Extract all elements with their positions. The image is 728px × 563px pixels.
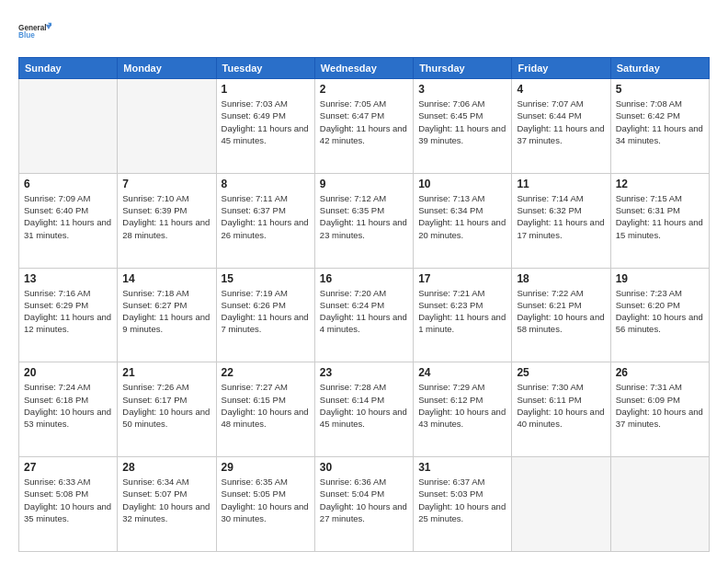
day-info-line: Sunset: 6:29 PM	[24, 300, 88, 310]
day-number: 12	[616, 178, 704, 190]
calendar-table: SundayMondayTuesdayWednesdayThursdayFrid…	[18, 57, 710, 552]
day-info-line: Sunrise: 6:36 AM	[320, 477, 386, 487]
day-info-line: Sunrise: 7:19 AM	[222, 288, 288, 298]
day-info-line: Sunset: 6:17 PM	[122, 395, 187, 405]
day-info-line: Daylight: 11 hours and 31 minutes.	[24, 217, 111, 239]
day-info-line: Daylight: 11 hours and 1 minute.	[418, 312, 506, 334]
calendar-cell: 6Sunrise: 7:09 AMSunset: 6:40 PMDaylight…	[19, 173, 118, 268]
day-number: 1	[222, 83, 310, 96]
day-info-line: Sunrise: 7:14 AM	[517, 193, 583, 203]
day-info-line: Daylight: 11 hours and 15 minutes.	[616, 217, 703, 239]
logo-svg: General Blue	[18, 15, 51, 48]
day-info-line: Sunrise: 7:29 AM	[418, 382, 484, 392]
calendar-header-row: SundayMondayTuesdayWednesdayThursdayFrid…	[19, 58, 710, 79]
day-info-line: Daylight: 10 hours and 56 minutes.	[616, 312, 703, 334]
day-number: 31	[418, 461, 506, 474]
day-info: Sunrise: 7:03 AMSunset: 6:49 PMDaylight:…	[222, 98, 310, 146]
day-info-line: Daylight: 10 hours and 35 minutes.	[24, 501, 111, 523]
day-info-line: Sunset: 6:37 PM	[222, 205, 286, 215]
day-info-line: Daylight: 10 hours and 48 minutes.	[222, 407, 309, 429]
day-info-line: Sunset: 5:03 PM	[418, 488, 483, 499]
calendar-cell: 17Sunrise: 7:21 AMSunset: 6:23 PMDayligh…	[414, 268, 512, 362]
calendar-cell: 1Sunrise: 7:03 AMSunset: 6:49 PMDaylight…	[216, 79, 314, 174]
day-info: Sunrise: 6:33 AMSunset: 5:08 PMDaylight:…	[24, 476, 112, 524]
day-info-line: Sunrise: 7:13 AM	[418, 193, 484, 203]
day-info: Sunrise: 7:24 AMSunset: 6:18 PMDaylight:…	[24, 381, 112, 430]
weekday-header-saturday: Saturday	[610, 58, 709, 79]
day-info-line: Sunset: 6:24 PM	[320, 300, 384, 310]
day-number: 15	[222, 272, 310, 285]
calendar-week-row: 27Sunrise: 6:33 AMSunset: 5:08 PMDayligh…	[19, 457, 710, 552]
day-info: Sunrise: 7:22 AMSunset: 6:21 PMDaylight:…	[517, 287, 605, 336]
day-number: 7	[122, 178, 210, 190]
day-number: 18	[517, 272, 605, 285]
calendar-cell: 23Sunrise: 7:28 AMSunset: 6:14 PMDayligh…	[314, 362, 413, 457]
day-info-line: Sunset: 5:04 PM	[320, 488, 384, 499]
day-info: Sunrise: 7:13 AMSunset: 6:34 PMDaylight:…	[418, 192, 506, 241]
day-info: Sunrise: 6:36 AMSunset: 5:04 PMDaylight:…	[320, 476, 408, 524]
day-number: 22	[222, 366, 310, 379]
day-info: Sunrise: 7:15 AMSunset: 6:31 PMDaylight:…	[616, 192, 704, 241]
day-info: Sunrise: 7:10 AMSunset: 6:39 PMDaylight:…	[122, 192, 210, 241]
day-info-line: Sunset: 6:27 PM	[122, 300, 187, 310]
calendar-week-row: 6Sunrise: 7:09 AMSunset: 6:40 PMDaylight…	[19, 173, 710, 268]
calendar-cell: 19Sunrise: 7:23 AMSunset: 6:20 PMDayligh…	[610, 268, 709, 362]
day-info: Sunrise: 7:30 AMSunset: 6:11 PMDaylight:…	[517, 381, 605, 430]
day-info-line: Sunset: 6:20 PM	[616, 300, 680, 310]
calendar-cell: 18Sunrise: 7:22 AMSunset: 6:21 PMDayligh…	[512, 268, 610, 362]
day-info-line: Sunset: 6:21 PM	[517, 300, 581, 310]
day-info-line: Sunset: 6:32 PM	[517, 205, 581, 215]
weekday-header-sunday: Sunday	[19, 58, 118, 79]
day-info-line: Daylight: 11 hours and 23 minutes.	[320, 217, 407, 239]
day-info-line: Sunrise: 7:08 AM	[616, 98, 682, 109]
page-header: General Blue	[18, 15, 710, 48]
calendar-cell: 28Sunrise: 6:34 AMSunset: 5:07 PMDayligh…	[118, 457, 216, 552]
day-info-line: Sunset: 6:34 PM	[418, 205, 483, 215]
day-info-line: Sunset: 6:39 PM	[122, 205, 187, 215]
day-number: 8	[222, 178, 310, 190]
calendar-cell: 22Sunrise: 7:27 AMSunset: 6:15 PMDayligh…	[216, 362, 314, 457]
day-info-line: Sunrise: 7:10 AM	[122, 193, 188, 203]
calendar-cell	[512, 457, 610, 552]
day-number: 6	[24, 178, 112, 190]
calendar-cell	[118, 79, 216, 174]
day-number: 23	[320, 366, 408, 379]
day-info-line: Sunrise: 7:18 AM	[122, 288, 188, 298]
day-info-line: Daylight: 11 hours and 4 minutes.	[320, 312, 407, 334]
day-info-line: Sunrise: 7:15 AM	[616, 193, 682, 203]
day-info: Sunrise: 7:11 AMSunset: 6:37 PMDaylight:…	[222, 192, 310, 241]
calendar-cell: 5Sunrise: 7:08 AMSunset: 6:42 PMDaylight…	[610, 79, 709, 174]
calendar-cell: 15Sunrise: 7:19 AMSunset: 6:26 PMDayligh…	[216, 268, 314, 362]
day-number: 26	[616, 366, 704, 379]
day-info-line: Daylight: 11 hours and 45 minutes.	[222, 123, 309, 145]
day-number: 30	[320, 461, 408, 474]
weekday-header-friday: Friday	[512, 58, 610, 79]
day-info-line: Daylight: 10 hours and 37 minutes.	[616, 407, 703, 429]
day-number: 28	[122, 461, 210, 474]
logo: General Blue	[18, 15, 51, 48]
day-number: 17	[418, 272, 506, 285]
day-info-line: Daylight: 11 hours and 39 minutes.	[418, 123, 506, 145]
weekday-header-wednesday: Wednesday	[314, 58, 413, 79]
calendar-cell	[610, 457, 709, 552]
day-info-line: Sunrise: 7:22 AM	[517, 288, 583, 298]
calendar-cell: 30Sunrise: 6:36 AMSunset: 5:04 PMDayligh…	[314, 457, 413, 552]
calendar-cell: 2Sunrise: 7:05 AMSunset: 6:47 PMDaylight…	[314, 79, 413, 174]
day-info: Sunrise: 7:06 AMSunset: 6:45 PMDaylight:…	[418, 98, 506, 146]
day-info-line: Sunrise: 6:37 AM	[418, 477, 484, 487]
day-info: Sunrise: 6:35 AMSunset: 5:05 PMDaylight:…	[222, 476, 310, 524]
calendar-cell: 27Sunrise: 6:33 AMSunset: 5:08 PMDayligh…	[19, 457, 118, 552]
day-info-line: Sunrise: 7:12 AM	[320, 193, 386, 203]
day-info-line: Daylight: 10 hours and 32 minutes.	[122, 501, 210, 523]
day-number: 13	[24, 272, 112, 285]
day-info: Sunrise: 7:26 AMSunset: 6:17 PMDaylight:…	[122, 381, 210, 430]
day-info: Sunrise: 7:28 AMSunset: 6:14 PMDaylight:…	[320, 381, 408, 430]
day-info: Sunrise: 6:34 AMSunset: 5:07 PMDaylight:…	[122, 476, 210, 524]
calendar-cell: 7Sunrise: 7:10 AMSunset: 6:39 PMDaylight…	[118, 173, 216, 268]
day-info: Sunrise: 7:12 AMSunset: 6:35 PMDaylight:…	[320, 192, 408, 241]
day-info-line: Daylight: 11 hours and 34 minutes.	[616, 123, 703, 145]
day-info-line: Sunrise: 7:05 AM	[320, 98, 386, 109]
day-info-line: Sunrise: 6:34 AM	[122, 477, 188, 487]
day-info-line: Daylight: 11 hours and 12 minutes.	[24, 312, 111, 334]
svg-text:Blue: Blue	[18, 31, 35, 40]
